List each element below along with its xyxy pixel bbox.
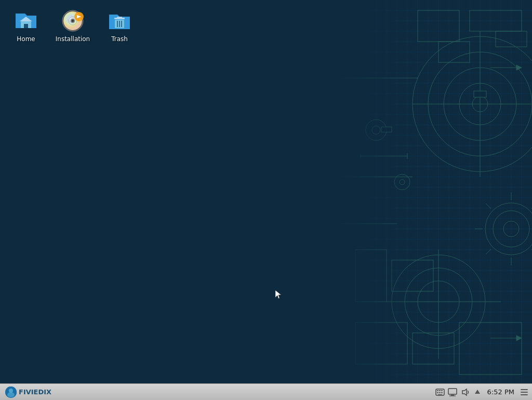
svg-rect-130 bbox=[441, 390, 443, 391]
svg-marker-139 bbox=[475, 390, 480, 394]
menu-line-2 bbox=[521, 392, 528, 393]
svg-point-113 bbox=[72, 20, 74, 22]
svg-rect-107 bbox=[24, 24, 28, 28]
installation-folder-image bbox=[60, 8, 85, 33]
home-folder-image bbox=[14, 8, 38, 33]
mouse-cursor bbox=[275, 290, 282, 300]
taskbar-left: FIVIEDIX bbox=[2, 384, 55, 400]
svg-rect-133 bbox=[441, 392, 443, 393]
home-folder-icon[interactable]: Home bbox=[5, 5, 47, 46]
desktop-icons-area: Home bbox=[5, 5, 140, 46]
svg-marker-123 bbox=[275, 290, 281, 299]
svg-rect-132 bbox=[439, 392, 441, 393]
taskbar-menu-button[interactable] bbox=[520, 388, 529, 397]
home-folder-label: Home bbox=[17, 35, 35, 43]
display-icon[interactable] bbox=[448, 388, 457, 397]
svg-rect-118 bbox=[117, 17, 122, 18]
notifications-icon[interactable] bbox=[473, 388, 482, 397]
installation-folder-label: Installation bbox=[56, 35, 90, 43]
taskbar-time: 6:52 PM bbox=[485, 388, 516, 396]
svg-rect-129 bbox=[439, 390, 441, 391]
svg-rect-108 bbox=[21, 23, 24, 25]
trash-folder-label: Trash bbox=[111, 35, 128, 43]
svg-point-126 bbox=[7, 392, 15, 397]
menu-line-3 bbox=[521, 394, 528, 395]
svg-rect-131 bbox=[437, 392, 438, 393]
desktop: Home bbox=[0, 0, 532, 400]
taskbar-right: 6:52 PM bbox=[435, 384, 530, 400]
volume-icon[interactable] bbox=[460, 388, 470, 397]
trash-folder-image bbox=[107, 8, 132, 33]
keyboard-icon[interactable] bbox=[435, 388, 445, 397]
menu-line-1 bbox=[521, 389, 528, 390]
svg-marker-138 bbox=[462, 389, 467, 395]
svg-rect-135 bbox=[448, 389, 457, 394]
os-logo-icon bbox=[5, 386, 17, 398]
wallpaper-blueprint bbox=[335, 0, 532, 400]
svg-rect-134 bbox=[438, 394, 442, 395]
svg-rect-128 bbox=[437, 390, 438, 391]
taskbar-logo-text: FIVIEDIX bbox=[19, 388, 51, 396]
taskbar: FIVIEDIX bbox=[0, 383, 532, 400]
trash-folder-icon[interactable]: Trash bbox=[99, 5, 140, 46]
svg-point-125 bbox=[9, 389, 13, 393]
taskbar-logo-button[interactable]: FIVIEDIX bbox=[2, 385, 55, 399]
svg-rect-104 bbox=[335, 0, 532, 400]
installation-folder-icon[interactable]: Installation bbox=[52, 5, 94, 46]
